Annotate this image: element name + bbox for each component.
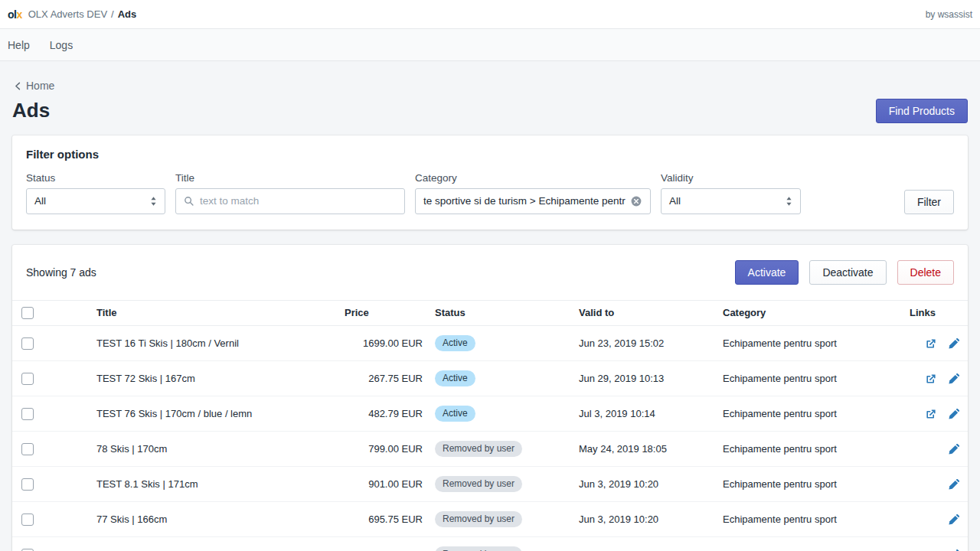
activate-button[interactable]: Activate [735,260,799,285]
ad-valid-to: Jun 23, 2019 15:02 [567,326,710,361]
ad-price: 799.00 EUR [338,432,423,467]
status-select[interactable]: All [26,188,165,214]
title-input-wrapper [175,188,405,214]
nav-help[interactable]: Help [8,39,30,51]
ads-card: Showing 7 ads Activate Deactivate Delete… [12,245,968,551]
table-row: 77 Skis | 166cm 695.75 EUR Removed by us… [12,502,968,537]
topbar: olx OLX Adverts DEV / Ads by wsassist [0,0,980,29]
row-checkbox[interactable] [21,514,34,526]
validity-label: Validity [661,172,801,184]
status-badge: Removed by user [435,511,522,527]
title-label: Title [175,172,405,184]
status-badge: Active [435,406,475,422]
header-valid-to: Valid to [567,300,710,326]
header-category: Category [710,300,903,326]
deactivate-button[interactable]: Deactivate [809,260,886,285]
ad-category: Echipamente pentru sport [710,361,903,396]
breadcrumb-separator: / [111,8,114,20]
delete-button[interactable]: Delete [897,260,954,285]
filter-card: Filter options Status All Title [12,135,968,230]
table-row: TEST 8.1 Skis | 171cm 901.00 EUR Removed… [12,467,968,502]
status-badge: Removed by user [435,476,522,492]
status-badge: Active [435,335,475,351]
olx-logo-icon: olx [8,8,22,21]
ad-valid-to: Jun 3, 2019 10:20 [567,537,710,551]
status-badge: Active [435,370,475,386]
clear-category-button[interactable] [630,195,642,207]
ad-valid-to: Jun 3, 2019 10:20 [567,502,710,537]
external-link-icon[interactable] [925,373,937,385]
filter-button[interactable]: Filter [904,190,954,214]
row-checkbox[interactable] [21,337,34,350]
page-title: Ads [12,99,50,122]
category-label: Category [415,172,651,184]
row-checkbox[interactable] [21,373,34,385]
ad-price: 695.75 EUR [338,537,423,551]
category-input-wrapper [415,188,651,214]
table-row: 78 Skis | 170cm 799.00 EUR Removed by us… [12,432,968,467]
external-link-icon[interactable] [925,408,937,420]
breadcrumb-current-page: Ads [118,8,137,20]
ad-price: 901.00 EUR [338,467,423,502]
edit-pencil-icon[interactable] [948,408,960,420]
table-row: TEST 76 Skis | 170cm / blue / lemn 482.7… [12,396,968,432]
ad-title: 77 Skis | 171cm [84,537,338,551]
nav-logs[interactable]: Logs [50,39,73,51]
ad-category: Echipamente pentru sport [710,537,903,551]
edit-pencil-icon[interactable] [948,478,960,491]
circle-x-icon [630,195,642,207]
title-input[interactable] [200,195,397,207]
chevron-left-icon [12,80,24,92]
ad-price: 267.75 EUR [338,361,423,396]
table-row: TEST 16 Ti Skis | 180cm / Vernil 1699.00… [12,326,968,361]
header-links: Links [903,300,968,326]
showing-count: Showing 7 ads [26,266,96,279]
edit-pencil-icon[interactable] [948,443,960,455]
ad-title: TEST 72 Skis | 167cm [84,361,338,396]
find-products-button[interactable]: Find Products [876,99,968,123]
ad-price: 1699.00 EUR [338,326,423,361]
table-row: TEST 72 Skis | 167cm 267.75 EUR Active J… [12,361,968,396]
status-badge: Removed by user [435,441,522,457]
status-label: Status [26,172,165,184]
ad-title: 77 Skis | 166cm [84,502,338,537]
edit-pencil-icon[interactable] [948,337,960,350]
header-status: Status [423,300,567,326]
nav-bar: Help Logs [0,29,980,61]
ad-category: Echipamente pentru sport [710,432,903,467]
ad-price: 695.75 EUR [338,502,423,537]
select-stepper-icon [786,196,792,207]
select-all-checkbox[interactable] [21,307,34,319]
ad-title: 78 Skis | 170cm [84,432,338,467]
ad-category: Echipamente pentru sport [710,467,903,502]
table-header-row: Title Price Status Valid to Category Lin… [12,300,968,326]
edit-pencil-icon[interactable] [948,514,960,526]
filter-options-heading: Filter options [26,148,954,161]
ad-category: Echipamente pentru sport [710,502,903,537]
search-icon [184,196,194,207]
validity-select[interactable]: All [661,188,801,214]
back-home-label: Home [26,80,54,92]
ad-valid-to: Jul 3, 2019 10:14 [567,396,710,432]
ad-price: 482.79 EUR [338,396,423,432]
ads-table: Title Price Status Valid to Category Lin… [12,300,968,551]
row-checkbox[interactable] [21,478,34,491]
header-title: Title [84,300,338,326]
status-badge: Removed by user [435,546,522,551]
breadcrumb: OLX Adverts DEV / Ads [28,8,137,20]
status-selected-value: All [34,195,46,207]
ad-title: TEST 16 Ti Skis | 180cm / Vernil [84,326,338,361]
row-checkbox[interactable] [21,408,34,420]
external-link-icon[interactable] [925,337,937,350]
user-label: by wsassist [926,9,972,20]
category-input[interactable] [423,195,626,207]
table-row: 77 Skis | 171cm 695.75 EUR Removed by us… [12,537,968,551]
back-home-link[interactable]: Home [12,80,54,92]
ad-category: Echipamente pentru sport [710,396,903,432]
row-checkbox[interactable] [21,443,34,455]
header-price: Price [338,300,423,326]
edit-pencil-icon[interactable] [948,373,960,385]
ad-valid-to: Jun 29, 2019 10:13 [567,361,710,396]
ad-valid-to: Jun 3, 2019 10:20 [567,467,710,502]
breadcrumb-app-name[interactable]: OLX Adverts DEV [28,8,107,20]
